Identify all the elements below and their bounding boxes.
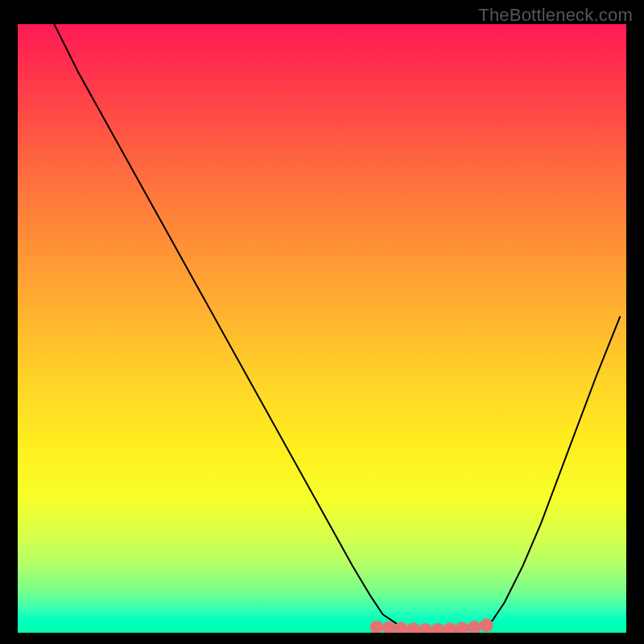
svg-point-7 bbox=[456, 621, 469, 633]
bottom-marker-band bbox=[370, 619, 493, 633]
svg-point-9 bbox=[480, 619, 493, 633]
svg-point-4 bbox=[419, 623, 432, 633]
svg-point-5 bbox=[431, 623, 444, 633]
watermark-text: TheBottleneck.com bbox=[478, 5, 633, 26]
svg-point-6 bbox=[443, 622, 456, 633]
chart-area bbox=[18, 24, 626, 633]
curve-line bbox=[54, 24, 620, 631]
svg-point-8 bbox=[468, 621, 481, 633]
svg-point-3 bbox=[407, 622, 420, 633]
svg-point-1 bbox=[382, 621, 396, 633]
svg-point-0 bbox=[370, 621, 384, 633]
chart-svg-layer bbox=[18, 24, 626, 633]
